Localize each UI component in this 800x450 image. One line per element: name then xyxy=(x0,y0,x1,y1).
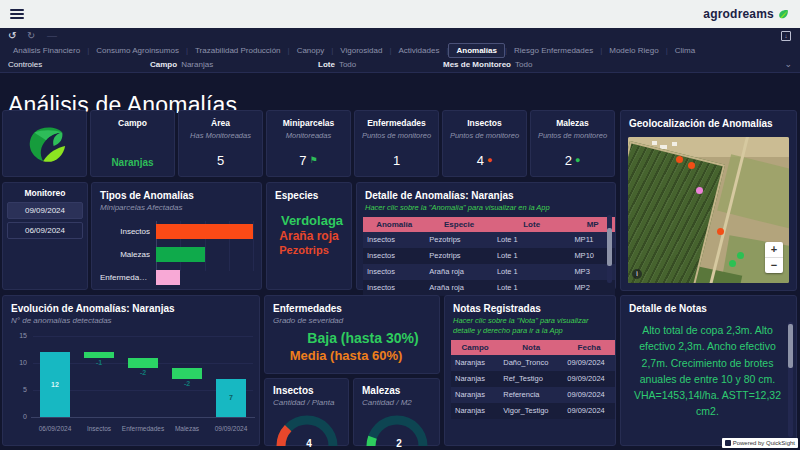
table-row[interactable]: InsectosPezotripsLote 1MP11 xyxy=(363,232,615,248)
menu-icon[interactable] xyxy=(10,9,24,19)
tab-modelo-riego[interactable]: Modelo Riego xyxy=(602,44,665,57)
insectos-gauge-panel: Insectos Cantidad / Planta 4 xyxy=(264,378,349,446)
kpi-value-text: 1 xyxy=(393,153,400,168)
svg-text:2: 2 xyxy=(396,438,402,449)
table-row[interactable]: NaranjasDaño_Tronco09/09/2024 xyxy=(451,355,615,371)
brand-leaf-icon xyxy=(777,8,790,21)
kpi-title: Área xyxy=(211,118,230,128)
cloud-word-baja-hasta-30[interactable]: Baja (hasta 30%) xyxy=(307,330,418,348)
table-scrollbar[interactable] xyxy=(607,215,612,283)
tab-an-lisis-financiero[interactable]: Análisis Financiero xyxy=(6,44,87,57)
export-icon[interactable]: ↓ xyxy=(781,31,791,41)
tab-trazabilidad-producci-n[interactable]: Trazabilidad Producción xyxy=(188,44,288,57)
map-attribution-icon[interactable]: i xyxy=(632,269,642,279)
chevron-down-icon[interactable]: ⌄ xyxy=(784,59,792,69)
panel-title: Insectos xyxy=(265,379,348,396)
table-cell: Insectos xyxy=(363,232,425,248)
panel-subtitle: N° de anomalías detectadas xyxy=(3,314,259,325)
notas-registradas-panel: Notas Registradas Hacer clic sobre la "N… xyxy=(444,295,616,446)
filter-mes-de-monitoreo[interactable]: Mes de MonitoreoTodo xyxy=(443,60,532,69)
map-zoom-out-button[interactable]: − xyxy=(765,258,783,273)
tab-actividades[interactable]: Actividades xyxy=(391,44,446,57)
y-tick-label: 10 xyxy=(7,359,27,366)
cloud-word-verdolaga[interactable]: Verdolaga xyxy=(281,213,343,229)
monitoreo-header: Monitoreo xyxy=(3,183,87,202)
enfermedades-word-cloud: Baja (hasta 30%)Media (hasta 60%) xyxy=(265,330,439,364)
reset-icon[interactable]: — xyxy=(47,28,57,43)
tab-consumo-agroinsumos[interactable]: Consumo Agroinsumos xyxy=(89,44,186,57)
table-cell: Araña roja xyxy=(425,264,493,280)
map-anomaly-dot-insectos[interactable] xyxy=(688,162,695,169)
kpi-value-text: Naranjas xyxy=(111,157,153,168)
x-tick-label: Insectos xyxy=(77,425,121,432)
monitoreo-date-item[interactable]: 06/09/2024 xyxy=(7,222,83,239)
kpi-card-enfermedades: EnfermedadesPuntos de monitoreo1 xyxy=(354,110,439,177)
waterfall-bar-enfermedades[interactable] xyxy=(128,358,158,369)
table-row[interactable]: NaranjasRef_Testigo09/09/2024 xyxy=(451,371,615,387)
bar-insectos[interactable] xyxy=(156,224,253,239)
filter-value: Todo xyxy=(515,60,532,69)
kpi-card-rea: ÁreaHas Monitoreadas5 xyxy=(178,110,263,177)
map-zoom-in-button[interactable]: + xyxy=(765,242,783,258)
filter-lote[interactable]: LoteTodo xyxy=(318,60,356,69)
bar-value-label: -2 xyxy=(172,380,202,387)
table-cell: Lote 1 xyxy=(493,232,570,248)
malezas-gauge: 2 xyxy=(354,408,439,450)
tab-clima[interactable]: Clima xyxy=(668,44,702,57)
kpi-card-malezas: MalezasPuntos de monitoreo2● xyxy=(530,110,615,177)
tab-canopy[interactable]: Canopy xyxy=(290,44,332,57)
table-row[interactable]: InsectosAraña rojaLote 1MP3 xyxy=(363,264,615,280)
table-row[interactable]: NaranjasReferencia09/09/2024 xyxy=(451,387,615,403)
table-cell: Naranjas xyxy=(451,387,499,403)
powered-by-text: Powered by QuickSight xyxy=(733,440,795,446)
waterfall-bar-insectos[interactable] xyxy=(84,352,114,357)
map-anomaly-dot-insectos[interactable] xyxy=(717,228,724,235)
kpi-value: 5 xyxy=(217,153,224,168)
bar-row: Enfermedad... xyxy=(100,267,253,288)
x-tick-label: Malezas xyxy=(165,425,209,432)
map[interactable]: + − i xyxy=(628,137,789,283)
filter-campo[interactable]: CampoNaranjas xyxy=(150,60,213,69)
kpi-value-text: 2 xyxy=(565,153,572,168)
table-cell: Daño_Tronco xyxy=(499,355,563,371)
bar-value-label: 12 xyxy=(40,381,70,388)
table-row[interactable]: NaranjasVigor_Testigo09/09/2024 xyxy=(451,403,615,419)
cloud-word-pezotrips[interactable]: Pezotrips xyxy=(279,244,329,258)
malezas-gauge-panel: Malezas Cantidad / M2 2 xyxy=(353,378,440,446)
undo-icon[interactable]: ↺ xyxy=(8,28,16,43)
tab-riesgo-enfermedades[interactable]: Riesgo Enfermedades xyxy=(507,44,600,57)
kpi-subtitle: Has Monitoreadas xyxy=(190,131,251,140)
map-building xyxy=(672,142,677,146)
table-row[interactable]: InsectosAraña rojaLote 1MP2 xyxy=(363,280,615,296)
panel-hint: Hacer clic sobre la "Anomalía" para visu… xyxy=(357,201,615,213)
waterfall-bar-malezas[interactable] xyxy=(172,368,202,379)
dashboard: agrodreams ↺ ↻ — ↓ Análisis Financiero|C… xyxy=(0,0,800,450)
table-cell: Vigor_Testigo xyxy=(499,403,563,419)
redo-icon[interactable]: ↻ xyxy=(27,28,35,43)
cloud-word-media-hasta-60[interactable]: Media (hasta 60%) xyxy=(290,348,403,364)
quicksight-icon xyxy=(725,440,731,446)
table-cell: Insectos xyxy=(363,248,425,264)
tipos-anomalias-chart: InsectosMalezasEnfermedad... xyxy=(100,221,253,283)
tab-anomal-as[interactable]: Anomalías xyxy=(448,43,504,58)
panel-title: Detalle de Notas xyxy=(621,296,796,314)
kpi-card-campo: CampoNaranjas xyxy=(90,110,175,177)
column-header-anomal-a: Anomalía xyxy=(363,217,425,232)
cloud-word-ara-a-roja[interactable]: Araña roja xyxy=(279,229,338,244)
table-row[interactable]: InsectosPezotripsLote 1MP10 xyxy=(363,248,615,264)
tab-vigorosidad[interactable]: Vigorosidad xyxy=(333,44,389,57)
bar-category-label: Enfermedad... xyxy=(100,273,150,282)
x-tick-label: 06/09/2024 xyxy=(33,425,77,432)
notes-scrollbar[interactable] xyxy=(788,322,793,437)
bar-malezas[interactable] xyxy=(156,247,205,262)
monitoreo-date-item[interactable]: 09/09/2024 xyxy=(7,202,83,219)
map-anomaly-dot-enfermedades[interactable] xyxy=(696,187,703,194)
bar-enfermedad[interactable] xyxy=(156,270,180,285)
topbar: agrodreams xyxy=(0,0,800,28)
filter-label: Campo xyxy=(150,60,177,69)
table-cell: Referencia xyxy=(499,387,563,403)
detalle-notas-text: Alto total de copa 2,3m. Alto efectivo 2… xyxy=(631,322,784,420)
kpi-value-text: 5 xyxy=(217,153,224,168)
y-tick-label: 5 xyxy=(7,386,27,393)
controls-bar: Controles ⌄ CampoNaranjasLoteTodoMes de … xyxy=(0,58,800,73)
